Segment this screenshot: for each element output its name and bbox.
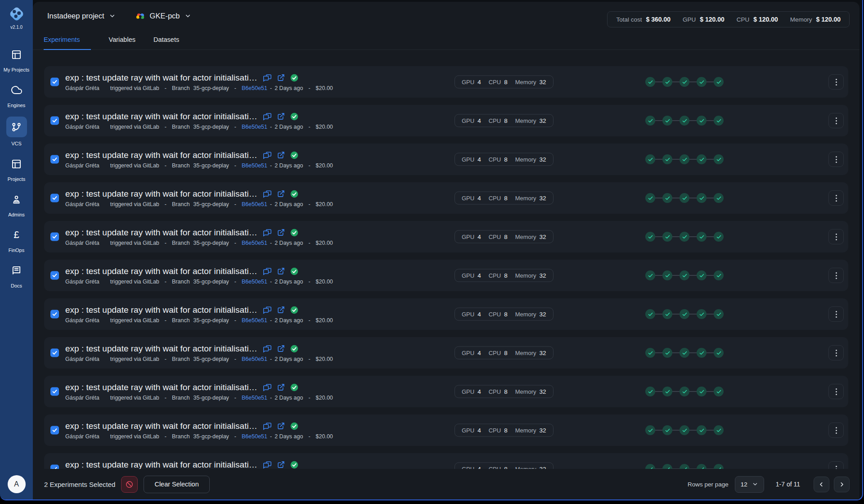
step-check-icon[interactable] [662,309,672,319]
row-menu-button[interactable] [828,384,844,399]
row-menu-button[interactable] [828,74,844,90]
step-check-icon[interactable] [697,154,706,164]
row-menu-button[interactable] [828,306,844,322]
row-menu-button[interactable] [828,190,844,206]
row-checkbox[interactable] [50,310,59,319]
external-link-icon[interactable] [277,306,285,314]
rows-per-page-select[interactable]: 12 [735,476,764,493]
commit-hash-link[interactable]: B6e50e51 [242,356,267,362]
previous-page-button[interactable] [814,477,829,492]
step-check-icon[interactable] [645,270,655,280]
step-check-icon[interactable] [697,309,706,319]
comments-icon[interactable] [263,190,272,198]
step-check-icon[interactable] [714,116,724,126]
commit-hash-link[interactable]: B6e50e51 [242,201,267,207]
step-check-icon[interactable] [662,270,672,280]
step-check-icon[interactable] [714,425,724,435]
experiment-title[interactable]: exp : test update ray with wait for acto… [65,189,257,199]
step-check-icon[interactable] [662,116,672,126]
tab-variables[interactable]: Variables [109,36,135,50]
user-avatar[interactable]: A [8,475,26,493]
project-selector[interactable]: Instadeep project [47,12,116,20]
step-check-icon[interactable] [645,193,655,203]
comments-icon[interactable] [263,422,272,430]
sidebar-item-my-projects[interactable]: My Projects [0,41,33,77]
sidebar-item-vcs[interactable]: VCS [0,112,33,151]
experiment-title[interactable]: exp : test update ray with wait for acto… [65,266,257,276]
step-check-icon[interactable] [680,425,689,435]
step-check-icon[interactable] [645,309,655,319]
external-link-icon[interactable] [277,345,285,352]
step-check-icon[interactable] [714,387,724,396]
comments-icon[interactable] [263,461,272,469]
step-check-icon[interactable] [714,193,724,203]
comments-icon[interactable] [263,229,272,237]
step-check-icon[interactable] [697,232,706,242]
step-check-icon[interactable] [645,425,655,435]
step-check-icon[interactable] [697,425,706,435]
step-check-icon[interactable] [680,270,689,280]
comments-icon[interactable] [263,306,272,314]
commit-hash-link[interactable]: B6e50e51 [242,240,267,246]
row-menu-button[interactable] [828,268,844,283]
sidebar-item-finops[interactable]: £ FinOps [0,222,33,257]
step-check-icon[interactable] [662,387,672,396]
step-check-icon[interactable] [680,193,689,203]
step-check-icon[interactable] [645,387,655,396]
experiment-title[interactable]: exp : test update ray with wait for acto… [65,228,257,238]
cluster-selector[interactable]: GKE-pcb [135,12,191,20]
row-checkbox[interactable] [50,155,59,164]
step-check-icon[interactable] [697,387,706,396]
sidebar-item-projects[interactable]: Projects [0,151,33,186]
experiment-title[interactable]: exp : test update ray with wait for acto… [65,421,257,431]
comments-icon[interactable] [263,151,272,159]
row-checkbox[interactable] [50,387,59,396]
step-check-icon[interactable] [697,348,706,358]
row-checkbox[interactable] [50,117,59,125]
step-check-icon[interactable] [662,154,672,164]
sidebar-item-docs[interactable]: Docs [0,257,33,293]
comments-icon[interactable] [263,383,272,392]
step-check-icon[interactable] [714,154,724,164]
commit-hash-link[interactable]: B6e50e51 [242,85,267,91]
step-check-icon[interactable] [680,387,689,396]
row-checkbox[interactable] [50,78,59,86]
commit-hash-link[interactable]: B6e50e51 [242,395,267,401]
external-link-icon[interactable] [277,112,285,120]
tab-experiments[interactable]: Experiments [44,36,91,50]
sidebar-item-admins[interactable]: Admins [0,186,33,222]
app-logo[interactable]: v2.1.0 [7,4,26,30]
experiment-title[interactable]: exp : test update ray with wait for acto… [65,150,257,160]
stop-selected-button[interactable] [121,476,138,493]
next-page-button[interactable] [834,477,850,492]
step-check-icon[interactable] [645,154,655,164]
row-checkbox[interactable] [50,271,59,280]
sidebar-item-engines[interactable]: Engines [0,77,33,112]
experiment-title[interactable]: exp : test update ray with wait for acto… [65,382,257,392]
step-check-icon[interactable] [714,348,724,358]
step-check-icon[interactable] [662,425,672,435]
external-link-icon[interactable] [277,151,285,159]
commit-hash-link[interactable]: B6e50e51 [242,317,267,324]
comments-icon[interactable] [263,345,272,353]
step-check-icon[interactable] [680,348,689,358]
step-check-icon[interactable] [680,116,689,126]
comments-icon[interactable] [263,267,272,275]
step-check-icon[interactable] [697,193,706,203]
external-link-icon[interactable] [277,190,285,198]
step-check-icon[interactable] [697,116,706,126]
row-checkbox[interactable] [50,426,59,435]
experiment-title[interactable]: exp : test update ray with wait for acto… [65,344,257,354]
step-check-icon[interactable] [662,193,672,203]
commit-hash-link[interactable]: B6e50e51 [242,433,267,440]
row-checkbox[interactable] [50,233,59,241]
commit-hash-link[interactable]: B6e50e51 [242,279,267,285]
row-menu-button[interactable] [828,113,844,128]
step-check-icon[interactable] [645,116,655,126]
row-checkbox[interactable] [50,194,59,202]
step-check-icon[interactable] [714,309,724,319]
experiment-title[interactable]: exp : test update ray with wait for acto… [65,112,257,122]
row-menu-button[interactable] [828,152,844,167]
experiment-title[interactable]: exp : test update ray with wait for acto… [65,460,257,470]
experiment-title[interactable]: exp : test update ray with wait for acto… [65,73,257,83]
